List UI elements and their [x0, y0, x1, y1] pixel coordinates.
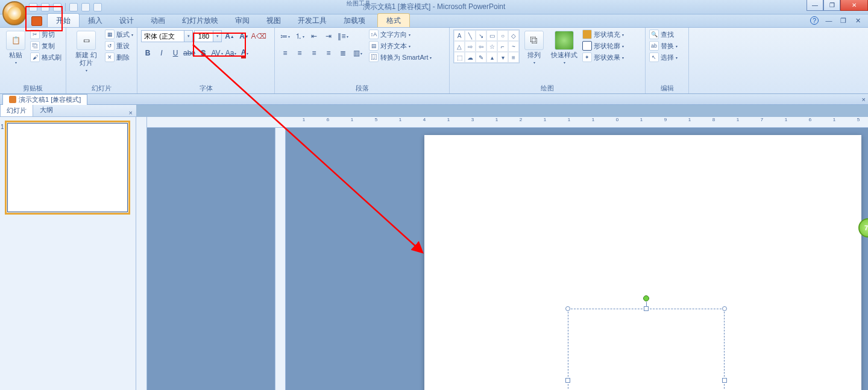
handle-tl[interactable]: [565, 306, 570, 311]
office-button[interactable]: [2, 1, 27, 25]
font-size-dropdown-icon[interactable]: ▾: [213, 31, 221, 42]
shape-star-icon[interactable]: ☆: [486, 41, 497, 52]
delete-slide-button[interactable]: ✕删除: [105, 52, 133, 62]
line-spacing-button[interactable]: ‖≡: [336, 30, 350, 43]
selected-textbox[interactable]: [568, 309, 725, 390]
clear-format-button[interactable]: A⌫: [252, 30, 265, 43]
handle-tr[interactable]: [722, 306, 727, 311]
outline-tab[interactable]: 大纲: [33, 104, 60, 116]
shadow-button[interactable]: S: [197, 46, 210, 60]
font-size-input[interactable]: [195, 31, 213, 42]
cut-button[interactable]: ✂剪切: [30, 30, 61, 39]
shape-rect-icon[interactable]: ▭: [486, 30, 497, 41]
justify-button[interactable]: ≡: [322, 46, 335, 60]
shape-oval-icon[interactable]: ○: [497, 30, 508, 41]
app-restore-icon[interactable]: ❐: [839, 16, 848, 25]
format-painter-button[interactable]: 🖌格式刷: [30, 52, 61, 62]
numbering-button[interactable]: ⒈: [293, 30, 306, 43]
copy-button[interactable]: ⿻复制: [30, 41, 61, 51]
handle-ml[interactable]: [565, 378, 570, 383]
paste-button[interactable]: 📋 粘贴 ▾: [4, 30, 28, 66]
shape-outline-button[interactable]: 形状轮廓▾: [582, 41, 624, 51]
shape-diamond-icon[interactable]: ◇: [508, 30, 519, 41]
qat-more-icon[interactable]: [93, 3, 102, 11]
qat-superscript-icon[interactable]: [81, 3, 90, 11]
increase-indent-button[interactable]: ⇥: [322, 30, 335, 43]
close-button[interactable]: ✕: [840, 0, 868, 11]
underline-button[interactable]: U: [169, 46, 182, 60]
qat-print-icon[interactable]: [69, 3, 78, 11]
replace-button[interactable]: ab替换▾: [649, 41, 678, 51]
tab-slideshow[interactable]: 幻灯片放映: [174, 14, 227, 27]
char-spacing-button[interactable]: AV: [210, 46, 224, 60]
quick-styles-button[interactable]: 快速样式 ▾: [549, 30, 580, 66]
font-name-combo[interactable]: ▾: [141, 30, 193, 42]
align-text-button[interactable]: ▤对齐文本▾: [369, 41, 432, 51]
handle-tc[interactable]: [644, 306, 649, 311]
maximize-button[interactable]: ❐: [823, 0, 840, 11]
columns-button[interactable]: ▥: [351, 46, 364, 60]
align-right-button[interactable]: ≡: [307, 46, 321, 60]
arrange-button[interactable]: ⿻ 排列 ▾: [522, 30, 546, 66]
shape-scroll-down-icon[interactable]: ▾: [497, 52, 508, 63]
shape-fill-button[interactable]: 形状填充▾: [582, 30, 624, 39]
shape-effects-button[interactable]: ✦形状效果▾: [582, 52, 624, 62]
qat-save-icon[interactable]: [29, 3, 37, 11]
shrink-font-button[interactable]: A▼: [237, 30, 251, 43]
change-case-button[interactable]: Aa: [224, 46, 237, 60]
italic-button[interactable]: I: [155, 46, 168, 60]
font-name-dropdown-icon[interactable]: ▾: [184, 31, 192, 42]
shape-triangle-icon[interactable]: △: [454, 41, 465, 52]
select-button[interactable]: ↖选择▾: [649, 52, 678, 62]
shape-textbox-icon[interactable]: A: [454, 30, 465, 41]
layout-button[interactable]: ▦版式▾: [105, 30, 133, 39]
shape-scroll-up-icon[interactable]: ▴: [486, 52, 497, 63]
tab-format[interactable]: 格式: [377, 13, 410, 27]
font-color-button[interactable]: A: [238, 46, 251, 60]
shape-freeform-icon[interactable]: ✎: [476, 52, 486, 63]
bold-button[interactable]: B: [141, 46, 154, 60]
tab-addin[interactable]: 加载项: [335, 14, 374, 27]
tab-dev[interactable]: 开发工具: [289, 14, 335, 27]
slide-thumbnail-selected[interactable]: 1: [5, 121, 130, 215]
strikethrough-button[interactable]: abe: [183, 46, 196, 60]
document-tab[interactable]: 演示文稿1 [兼容模式]: [2, 94, 87, 105]
ribbon-minimize-icon[interactable]: —: [825, 16, 833, 25]
shape-cloud-icon[interactable]: ☁: [465, 52, 476, 63]
font-name-input[interactable]: [142, 31, 184, 42]
shape-rightarrow-icon[interactable]: ⇨: [465, 41, 476, 52]
tab-design[interactable]: 设计: [111, 14, 142, 27]
smartart-button[interactable]: ⿶转换为 SmartArt▾: [369, 52, 432, 62]
qat-redo-icon[interactable]: [53, 3, 61, 11]
text-direction-button[interactable]: ↕A文字方向▾: [369, 30, 432, 39]
rotation-handle[interactable]: [643, 295, 649, 301]
minimize-button[interactable]: —: [807, 0, 823, 11]
shapes-more-icon[interactable]: ≡: [508, 52, 519, 63]
shape-leftarrow-icon[interactable]: ⇦: [476, 41, 486, 52]
new-slide-button[interactable]: ▭ 新建 幻灯片 ▾: [70, 30, 102, 74]
tab-view[interactable]: 视图: [258, 14, 289, 27]
shape-line-icon[interactable]: ╲: [465, 30, 476, 41]
help-icon[interactable]: ?: [810, 16, 819, 25]
reset-button[interactable]: ↺重设: [105, 41, 133, 51]
align-center-button[interactable]: ≡: [293, 46, 306, 60]
handle-mr[interactable]: [722, 378, 727, 383]
qat-undo-icon[interactable]: [41, 3, 49, 11]
shapes-gallery[interactable]: A ╲ ↘ ▭ ○ ◇ △ ⇨ ⇦ ☆ ⌐ ~ ⬚ ☁ ✎ ▴ ▾ ≡: [453, 30, 520, 63]
document-tab-close-icon[interactable]: ×: [862, 96, 866, 103]
left-pane-close-icon[interactable]: ×: [125, 109, 136, 116]
grow-font-button[interactable]: A▲: [223, 30, 236, 43]
font-size-combo[interactable]: ▾: [194, 30, 222, 42]
shape-connector-icon[interactable]: ⌐: [497, 41, 508, 52]
app-close-icon[interactable]: ✕: [854, 16, 862, 25]
shape-arrow-icon[interactable]: ↘: [476, 30, 486, 41]
tab-insert[interactable]: 插入: [80, 14, 111, 27]
distribute-button[interactable]: ≣: [336, 46, 350, 60]
slide-thumbnail-1[interactable]: 1: [7, 123, 128, 212]
find-button[interactable]: 🔍查找: [649, 30, 678, 39]
tab-animation[interactable]: 动画: [142, 14, 174, 27]
slides-tab[interactable]: 幻灯片: [0, 104, 33, 116]
shape-callout-icon[interactable]: ⬚: [454, 52, 465, 63]
decrease-indent-button[interactable]: ⇤: [307, 30, 321, 43]
align-left-button[interactable]: ≡: [278, 46, 292, 60]
